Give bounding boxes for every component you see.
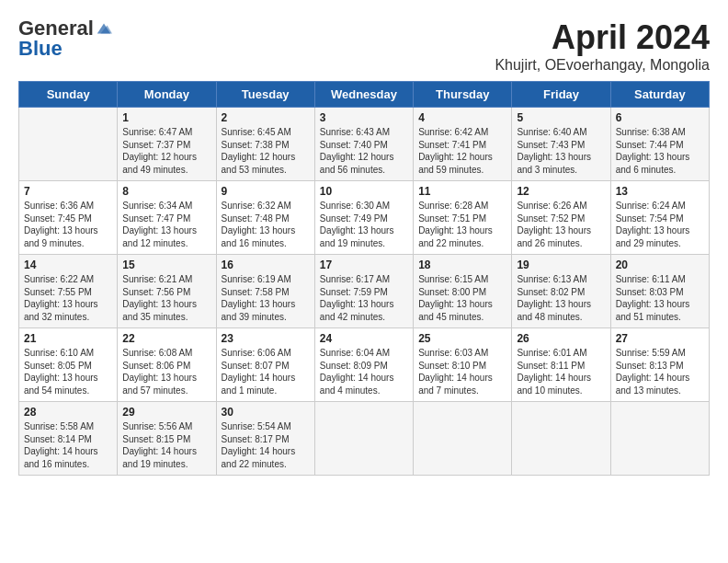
calendar-cell: 27Sunrise: 5:59 AM Sunset: 8:13 PM Dayli… [610,328,709,402]
day-number: 1 [122,111,210,124]
day-info: Sunrise: 6:01 AM Sunset: 8:11 PM Dayligh… [517,347,605,396]
day-info: Sunrise: 5:54 AM Sunset: 8:17 PM Dayligh… [222,420,310,470]
calendar-cell: 3Sunrise: 6:43 AM Sunset: 7:40 PM Daylig… [314,108,413,181]
day-number: 10 [320,185,408,198]
day-number: 2 [222,111,310,124]
day-info: Sunrise: 6:26 AM Sunset: 7:52 PM Dayligh… [517,200,605,249]
day-number: 19 [517,259,605,271]
day-number: 9 [222,185,310,198]
day-info: Sunrise: 6:04 AM Sunset: 8:09 PM Dayligh… [320,347,408,396]
day-number: 24 [320,332,408,345]
calendar-week-row: 7Sunrise: 6:36 AM Sunset: 7:45 PM Daylig… [19,181,710,255]
calendar-cell: 21Sunrise: 6:10 AM Sunset: 8:05 PM Dayli… [19,328,118,402]
calendar-header-row: SundayMondayTuesdayWednesdayThursdayFrid… [19,82,710,108]
day-info: Sunrise: 6:34 AM Sunset: 7:47 PM Dayligh… [122,200,210,249]
calendar-cell: 12Sunrise: 6:26 AM Sunset: 7:52 PM Dayli… [512,181,610,255]
day-number: 18 [418,259,506,271]
calendar-cell: 15Sunrise: 6:21 AM Sunset: 7:56 PM Dayli… [118,255,216,328]
calendar-week-row: 1Sunrise: 6:47 AM Sunset: 7:37 PM Daylig… [19,108,710,181]
day-info: Sunrise: 6:06 AM Sunset: 8:07 PM Dayligh… [222,347,310,396]
calendar-cell: 25Sunrise: 6:03 AM Sunset: 8:10 PM Dayli… [414,328,512,402]
calendar-cell: 17Sunrise: 6:17 AM Sunset: 7:59 PM Dayli… [314,255,413,328]
calendar-cell [414,402,512,476]
calendar-table: SundayMondayTuesdayWednesdayThursdayFrid… [18,81,710,476]
logo: General Blue [18,18,112,59]
day-info: Sunrise: 5:56 AM Sunset: 8:15 PM Dayligh… [122,420,210,470]
weekday-header: Friday [512,82,610,108]
day-info: Sunrise: 6:32 AM Sunset: 7:48 PM Dayligh… [222,200,310,249]
day-info: Sunrise: 6:47 AM Sunset: 7:37 PM Dayligh… [122,126,210,176]
logo-icon [96,20,112,37]
calendar-cell: 18Sunrise: 6:15 AM Sunset: 8:00 PM Dayli… [414,255,512,328]
day-number: 23 [222,332,310,345]
day-number: 6 [616,111,704,124]
calendar-cell: 22Sunrise: 6:08 AM Sunset: 8:06 PM Dayli… [118,328,216,402]
calendar-cell: 20Sunrise: 6:11 AM Sunset: 8:03 PM Dayli… [610,255,709,328]
day-number: 29 [122,406,210,419]
calendar-cell: 29Sunrise: 5:56 AM Sunset: 8:15 PM Dayli… [118,402,216,476]
calendar-cell [610,402,709,476]
day-info: Sunrise: 6:28 AM Sunset: 7:51 PM Dayligh… [418,200,506,249]
calendar-cell: 16Sunrise: 6:19 AM Sunset: 7:58 PM Dayli… [216,255,314,328]
calendar-cell: 30Sunrise: 5:54 AM Sunset: 8:17 PM Dayli… [216,402,314,476]
weekday-header: Thursday [414,82,512,108]
calendar-cell: 19Sunrise: 6:13 AM Sunset: 8:02 PM Dayli… [512,255,610,328]
weekday-header: Saturday [610,82,709,108]
day-number: 26 [517,332,605,345]
calendar-week-row: 14Sunrise: 6:22 AM Sunset: 7:55 PM Dayli… [19,255,710,328]
location-subtitle: Khujirt, OEvoerhangay, Mongolia [495,57,710,74]
day-number: 14 [24,259,112,271]
day-number: 28 [24,406,112,419]
calendar-cell: 7Sunrise: 6:36 AM Sunset: 7:45 PM Daylig… [19,181,118,255]
weekday-header: Tuesday [216,82,314,108]
calendar-cell: 10Sunrise: 6:30 AM Sunset: 7:49 PM Dayli… [314,181,413,255]
day-info: Sunrise: 6:36 AM Sunset: 7:45 PM Dayligh… [24,200,112,249]
day-info: Sunrise: 5:58 AM Sunset: 8:14 PM Dayligh… [24,420,112,470]
day-number: 21 [24,332,112,345]
day-number: 11 [418,185,506,198]
day-number: 30 [222,406,310,419]
calendar-cell: 6Sunrise: 6:38 AM Sunset: 7:44 PM Daylig… [610,108,709,181]
calendar-cell [314,402,413,476]
day-info: Sunrise: 6:30 AM Sunset: 7:49 PM Dayligh… [320,200,408,249]
weekday-header: Sunday [19,82,118,108]
title-block: April 2024 Khujirt, OEvoerhangay, Mongol… [495,18,710,74]
weekday-header: Monday [118,82,216,108]
day-number: 3 [320,111,408,124]
month-title: April 2024 [495,18,710,57]
calendar-cell: 1Sunrise: 6:47 AM Sunset: 7:37 PM Daylig… [118,108,216,181]
day-info: Sunrise: 6:15 AM Sunset: 8:00 PM Dayligh… [418,273,506,323]
page-header: General Blue April 2024 Khujirt, OEvoerh… [18,18,710,74]
calendar-cell: 8Sunrise: 6:34 AM Sunset: 7:47 PM Daylig… [118,181,216,255]
day-number: 12 [517,185,605,198]
logo-general-text: General [18,18,94,39]
day-number: 7 [24,185,112,198]
calendar-cell: 24Sunrise: 6:04 AM Sunset: 8:09 PM Dayli… [314,328,413,402]
day-info: Sunrise: 6:13 AM Sunset: 8:02 PM Dayligh… [517,273,605,323]
day-number: 17 [320,259,408,271]
day-info: Sunrise: 6:10 AM Sunset: 8:05 PM Dayligh… [24,347,112,396]
day-info: Sunrise: 6:03 AM Sunset: 8:10 PM Dayligh… [418,347,506,396]
calendar-cell: 13Sunrise: 6:24 AM Sunset: 7:54 PM Dayli… [610,181,709,255]
calendar-week-row: 28Sunrise: 5:58 AM Sunset: 8:14 PM Dayli… [19,402,710,476]
day-info: Sunrise: 6:22 AM Sunset: 7:55 PM Dayligh… [24,273,112,323]
day-number: 5 [517,111,605,124]
day-number: 25 [418,332,506,345]
logo-blue-text: Blue [18,39,63,59]
calendar-cell: 9Sunrise: 6:32 AM Sunset: 7:48 PM Daylig… [216,181,314,255]
day-number: 16 [222,259,310,271]
calendar-cell: 2Sunrise: 6:45 AM Sunset: 7:38 PM Daylig… [216,108,314,181]
calendar-cell: 26Sunrise: 6:01 AM Sunset: 8:11 PM Dayli… [512,328,610,402]
day-info: Sunrise: 5:59 AM Sunset: 8:13 PM Dayligh… [616,347,704,396]
calendar-cell: 4Sunrise: 6:42 AM Sunset: 7:41 PM Daylig… [414,108,512,181]
calendar-cell: 28Sunrise: 5:58 AM Sunset: 8:14 PM Dayli… [19,402,118,476]
day-info: Sunrise: 6:38 AM Sunset: 7:44 PM Dayligh… [616,126,704,176]
day-info: Sunrise: 6:40 AM Sunset: 7:43 PM Dayligh… [517,126,605,176]
day-info: Sunrise: 6:42 AM Sunset: 7:41 PM Dayligh… [418,126,506,176]
day-number: 8 [122,185,210,198]
day-info: Sunrise: 6:45 AM Sunset: 7:38 PM Dayligh… [222,126,310,176]
day-info: Sunrise: 6:19 AM Sunset: 7:58 PM Dayligh… [222,273,310,323]
calendar-cell [19,108,118,181]
day-info: Sunrise: 6:43 AM Sunset: 7:40 PM Dayligh… [320,126,408,176]
calendar-cell: 5Sunrise: 6:40 AM Sunset: 7:43 PM Daylig… [512,108,610,181]
